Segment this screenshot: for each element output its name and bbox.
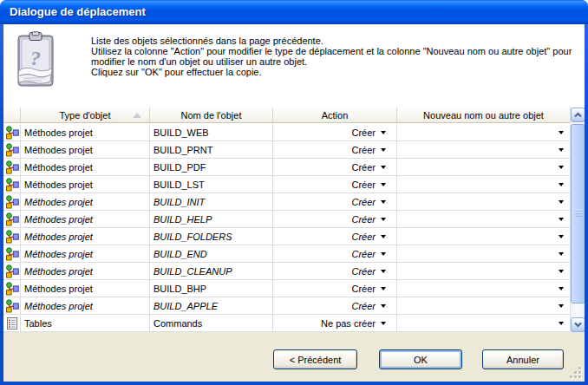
project-method-icon bbox=[5, 282, 19, 296]
instruction-line: Cliquez sur "OK" pour effectuer la copie… bbox=[91, 67, 572, 77]
object-type-label: Méthodes projet bbox=[24, 127, 93, 138]
new-name-dropdown[interactable] bbox=[397, 297, 570, 314]
table-body: Méthodes projet BUILD_WEB Créer bbox=[3, 124, 570, 332]
object-type-label: Méthodes projet bbox=[24, 197, 93, 207]
object-type-icon-cell bbox=[3, 159, 21, 175]
object-type-label: Tables bbox=[24, 318, 52, 329]
dropdown-arrow-icon bbox=[559, 148, 564, 152]
table-row[interactable]: Méthodes projet BUILD_APPLE Créer bbox=[3, 297, 570, 315]
scroll-up-button[interactable] bbox=[571, 108, 585, 122]
dropdown-arrow-icon bbox=[381, 166, 386, 169]
instruction-line: Utilisez la colonne "Action" pour modifi… bbox=[91, 46, 572, 56]
dropdown-arrow-icon bbox=[559, 218, 564, 221]
new-name-dropdown[interactable] bbox=[397, 141, 570, 158]
action-dropdown[interactable]: Créer bbox=[273, 263, 397, 279]
resize-grip[interactable] bbox=[570, 367, 582, 379]
action-dropdown[interactable]: Créer bbox=[273, 211, 397, 227]
column-header-type[interactable]: Type d'objet bbox=[21, 108, 150, 122]
table-row[interactable]: Méthodes projet BUILD_BHP Créer bbox=[3, 280, 570, 297]
object-name-label: BUILD_FOLDERS bbox=[154, 232, 232, 242]
object-name-label: BUILD_APPLE bbox=[154, 301, 218, 311]
action-dropdown[interactable]: Créer bbox=[273, 141, 397, 158]
table-row[interactable]: Méthodes projet BUILD_END Créer bbox=[3, 245, 570, 263]
object-type-label: Méthodes projet bbox=[24, 232, 93, 242]
object-type-icon-cell bbox=[3, 193, 21, 210]
cancel-button[interactable]: Annuler bbox=[482, 349, 564, 369]
dropdown-arrow-icon bbox=[381, 183, 386, 186]
object-type-cell: Méthodes projet bbox=[21, 211, 150, 227]
dropdown-arrow-icon bbox=[559, 252, 564, 256]
action-dropdown[interactable]: Créer bbox=[273, 228, 397, 245]
scrollbar-thumb[interactable] bbox=[571, 124, 585, 303]
object-type-icon-cell bbox=[3, 315, 21, 331]
dropdown-arrow-icon bbox=[381, 235, 386, 238]
new-name-dropdown[interactable] bbox=[397, 124, 570, 140]
object-type-label: Méthodes projet bbox=[24, 145, 93, 155]
action-dropdown[interactable]: Créer bbox=[273, 159, 397, 175]
action-dropdown[interactable]: Créer bbox=[273, 176, 397, 192]
action-dropdown[interactable]: Créer bbox=[273, 297, 397, 314]
column-header-icon[interactable] bbox=[3, 108, 21, 122]
table-row[interactable]: Méthodes projet BUILD_PDF Créer bbox=[3, 159, 570, 176]
column-header-label: Action bbox=[322, 110, 349, 121]
info-panel: ? Liste des objets sélectionnés dans la … bbox=[3, 24, 585, 108]
action-value: Créer bbox=[351, 162, 376, 173]
vertical-scrollbar[interactable] bbox=[570, 108, 585, 332]
table-row[interactable]: Méthodes projet BUILD_CLEANUP Créer bbox=[3, 263, 570, 280]
object-name-label: BUILD_HELP bbox=[154, 214, 212, 225]
column-header-action[interactable]: Action bbox=[273, 108, 397, 122]
new-name-dropdown[interactable] bbox=[397, 245, 570, 262]
object-type-label: Méthodes projet bbox=[24, 249, 93, 259]
action-dropdown[interactable]: Créer bbox=[273, 124, 397, 140]
dialog-window: Dialogue de déplacement ? Liste des obje… bbox=[0, 0, 588, 385]
column-header-label: Nouveau nom ou autre objet bbox=[423, 110, 544, 121]
new-name-dropdown[interactable] bbox=[397, 263, 570, 279]
object-type-icon-cell bbox=[3, 228, 21, 245]
table-row[interactable]: Méthodes projet BUILD_WEB Créer bbox=[3, 124, 570, 141]
column-header-name[interactable]: Nom de l'objet bbox=[150, 108, 273, 122]
instruction-line: Liste des objets sélectionnés dans la pa… bbox=[91, 36, 572, 46]
title-bar[interactable]: Dialogue de déplacement bbox=[0, 0, 588, 24]
object-type-label: Méthodes projet bbox=[24, 284, 93, 294]
action-value: Créer bbox=[351, 179, 376, 190]
project-method-icon bbox=[5, 299, 19, 313]
object-type-label: Méthodes projet bbox=[24, 301, 93, 311]
scroll-down-button[interactable] bbox=[571, 317, 585, 332]
object-type-cell: Méthodes projet bbox=[21, 263, 150, 279]
action-dropdown[interactable]: Créer bbox=[273, 280, 397, 297]
object-name-cell: BUILD_BHP bbox=[150, 280, 273, 297]
new-name-dropdown[interactable] bbox=[397, 315, 570, 331]
column-header-new-name[interactable]: Nouveau nom ou autre objet bbox=[397, 108, 570, 122]
object-type-cell: Méthodes projet bbox=[21, 228, 150, 245]
column-header-label: Type d'objet bbox=[60, 110, 111, 121]
action-dropdown[interactable]: Créer bbox=[273, 193, 397, 210]
button-bar: < Précédent OK Annuler bbox=[3, 333, 585, 382]
dropdown-arrow-icon bbox=[559, 183, 564, 186]
new-name-dropdown[interactable] bbox=[397, 228, 570, 245]
ok-button[interactable]: OK bbox=[379, 349, 462, 369]
table-row[interactable]: Méthodes projet BUILD_INIT Créer bbox=[3, 193, 570, 211]
table-row[interactable]: Méthodes projet BUILD_FOLDERS Créer bbox=[3, 228, 570, 245]
new-name-dropdown[interactable] bbox=[397, 193, 570, 210]
table-row[interactable]: Méthodes projet BUILD_HELP Créer bbox=[3, 211, 570, 228]
object-type-cell: Méthodes projet bbox=[21, 245, 150, 262]
action-dropdown[interactable]: Ne pas créer bbox=[273, 315, 397, 331]
object-type-cell: Tables bbox=[21, 315, 150, 331]
new-name-dropdown[interactable] bbox=[397, 176, 570, 192]
project-method-icon bbox=[5, 212, 19, 226]
object-type-icon-cell bbox=[3, 141, 21, 158]
action-dropdown[interactable]: Créer bbox=[273, 245, 397, 262]
project-method-icon bbox=[5, 143, 19, 157]
object-name-label: Commands bbox=[154, 318, 202, 329]
action-value: Créer bbox=[351, 145, 376, 155]
dropdown-arrow-icon bbox=[381, 304, 386, 308]
new-name-dropdown[interactable] bbox=[397, 159, 570, 175]
new-name-dropdown[interactable] bbox=[397, 211, 570, 227]
table-row[interactable]: Méthodes projet BUILD_PRNT Créer bbox=[3, 141, 570, 159]
previous-button[interactable]: < Précédent bbox=[273, 349, 357, 369]
table-row[interactable]: Tables Commands Ne pas créer bbox=[3, 315, 570, 332]
action-value: Créer bbox=[351, 232, 376, 242]
action-value: Créer bbox=[351, 197, 376, 207]
new-name-dropdown[interactable] bbox=[397, 280, 570, 297]
table-row[interactable]: Méthodes projet BUILD_LST Créer bbox=[3, 176, 570, 193]
